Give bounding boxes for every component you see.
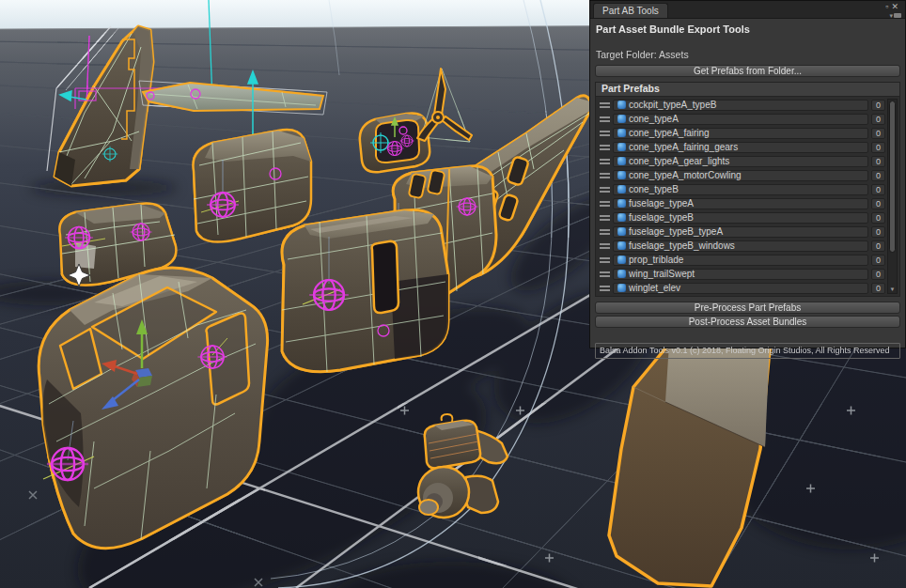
prefab-name-field[interactable]: fuselage_typeA <box>613 198 868 209</box>
drag-handle-icon[interactable] <box>600 215 610 221</box>
prefab-icon <box>617 115 626 123</box>
scene-part-motor-cowling[interactable] <box>360 113 430 172</box>
drag-handle-icon[interactable] <box>600 173 610 178</box>
prefab-row[interactable]: cone_typeA_fairing 0 <box>599 127 885 139</box>
tab-bar: Part AB Tools ▫✕ <box>590 1 905 19</box>
prefab-icon <box>617 213 626 222</box>
prefab-name-field[interactable]: winglet_elev <box>613 283 868 294</box>
prefab-name-field[interactable]: prop_triblade <box>613 255 868 266</box>
prefab-icon <box>617 143 626 151</box>
prefab-name-field[interactable]: cone_typeA_fairing <box>613 128 868 139</box>
drag-handle-icon[interactable] <box>600 229 610 235</box>
prefab-icon <box>617 171 626 179</box>
prefab-name: wing_trailSwept <box>629 269 695 279</box>
scrollbar-thumb[interactable] <box>889 101 896 253</box>
prefab-name: fuselage_typeB_windows <box>629 240 735 251</box>
prefab-count-field[interactable]: 0 <box>871 269 885 280</box>
prefab-count-field[interactable]: 0 <box>871 255 885 266</box>
drag-handle-icon[interactable] <box>600 102 610 108</box>
prefab-name-field[interactable]: fuselage_typeB_windows <box>613 240 868 252</box>
prefab-row[interactable]: fuselage_typeB_typeA 0 <box>599 225 885 238</box>
prefab-count-field[interactable]: 0 <box>871 184 885 195</box>
drag-handle-icon[interactable] <box>600 257 610 263</box>
prefab-name: cone_typeA_fairing <box>629 128 710 138</box>
drag-handle-icon[interactable] <box>600 116 610 122</box>
drag-handle-icon[interactable] <box>600 286 610 291</box>
prefab-name: cone_typeA <box>629 114 679 124</box>
prefab-name-field[interactable]: wing_trailSwept <box>613 269 868 280</box>
prefab-row[interactable]: fuselage_typeB_windows 0 <box>599 240 885 252</box>
prefab-icon <box>617 241 626 250</box>
drag-handle-icon[interactable] <box>600 145 610 150</box>
prefab-name-field[interactable]: cone_typeB <box>613 184 868 195</box>
prefab-name: cone_typeA_gear_lights <box>629 156 729 166</box>
prefab-name: cone_typeB <box>629 184 679 194</box>
prefab-name-field[interactable]: cone_typeA_gear_lights <box>613 156 868 167</box>
prefab-row[interactable]: fuselage_typeA 0 <box>599 197 885 209</box>
prefab-name-field[interactable]: cockpit_typeA_typeB <box>613 100 868 111</box>
target-folder-label: Target Folder: Assets <box>596 49 900 60</box>
scene-part-fuselage-typeB[interactable] <box>282 209 448 372</box>
prefab-count-field[interactable]: 0 <box>871 100 885 111</box>
prefab-name-field[interactable]: fuselage_typeB_typeA <box>613 226 868 238</box>
prefab-name: fuselage_typeB_typeA <box>629 226 723 237</box>
scrollbar-down-arrow[interactable]: ▼ <box>888 286 897 293</box>
prefab-row[interactable]: winglet_elev 0 <box>599 282 885 294</box>
prefab-count-field[interactable]: 0 <box>871 170 885 181</box>
prefab-name: cone_typeA_fairing_gears <box>629 142 738 152</box>
drag-handle-icon[interactable] <box>600 271 610 277</box>
prefab-row[interactable]: cockpit_typeA_typeB 0 <box>599 99 885 111</box>
prefab-name-field[interactable]: fuselage_typeB <box>613 212 868 224</box>
tab-part-ab-tools[interactable]: Part AB Tools <box>593 3 668 18</box>
post-process-button[interactable]: Post-Process Asset Bundles <box>595 316 900 328</box>
drag-handle-icon[interactable] <box>600 201 610 207</box>
prefab-name: cone_typeA_motorCowling <box>629 170 742 180</box>
part-prefabs-list: Part Prefabs cockpit_typeA_typeB 0 cone_… <box>595 82 900 297</box>
prefab-count-field[interactable]: 0 <box>871 212 885 224</box>
prefab-icon <box>617 199 626 208</box>
drag-handle-icon[interactable] <box>600 131 610 136</box>
prefab-icon <box>617 255 626 264</box>
prefab-name-field[interactable]: cone_typeA_motorCowling <box>613 170 868 181</box>
prefab-row[interactable]: cone_typeA_gear_lights 0 <box>599 155 885 167</box>
prefab-name: prop_triblade <box>629 255 683 265</box>
prefab-icon <box>617 157 626 165</box>
get-prefabs-button[interactable]: Get Prefabs from Folder... <box>595 65 900 77</box>
drag-handle-icon[interactable] <box>600 159 610 164</box>
prefab-count-field[interactable]: 0 <box>871 226 885 238</box>
close-icon[interactable]: ✕ <box>891 2 901 11</box>
prefab-icon <box>617 101 626 109</box>
prefab-name: winglet_elev <box>629 283 680 293</box>
prefab-count-field[interactable]: 0 <box>871 142 885 153</box>
footer-credits: Balsa Addon Tools v0.1 (c) 2018, Floatin… <box>595 343 900 359</box>
prefab-row[interactable]: fuselage_typeB 0 <box>599 211 885 224</box>
prefab-row[interactable]: cone_typeA_motorCowling 0 <box>599 169 885 181</box>
drag-handle-icon[interactable] <box>600 243 610 249</box>
pre-process-button[interactable]: Pre-Process Part Prefabs <box>595 302 900 314</box>
prefab-count-field[interactable]: 0 <box>871 198 885 209</box>
prefab-row[interactable]: prop_triblade 0 <box>599 254 885 266</box>
prefab-row[interactable]: cone_typeB 0 <box>599 183 885 195</box>
prefab-row[interactable]: cone_typeA 0 <box>599 113 885 125</box>
prefab-icon <box>617 227 626 236</box>
prefab-icon <box>617 185 626 193</box>
prefab-name-field[interactable]: cone_typeA <box>613 114 868 125</box>
part-prefabs-header: Part Prefabs <box>596 83 899 97</box>
prefab-count-field[interactable]: 0 <box>871 114 885 125</box>
prefab-count-field[interactable]: 0 <box>871 240 885 252</box>
prefab-name: fuselage_typeA <box>629 198 694 209</box>
prefab-name: fuselage_typeB <box>629 212 694 223</box>
prefab-count-field[interactable]: 0 <box>871 156 885 167</box>
prefab-name-field[interactable]: cone_typeA_fairing_gears <box>613 142 868 153</box>
drag-handle-icon[interactable] <box>600 187 610 193</box>
prefab-row[interactable]: wing_trailSwept 0 <box>599 268 885 280</box>
prefab-icon <box>617 129 626 137</box>
list-scrollbar[interactable]: ▼ <box>887 99 898 294</box>
prefab-count-field[interactable]: 0 <box>871 283 885 294</box>
prefab-icon <box>617 270 626 278</box>
prefab-row[interactable]: cone_typeA_fairing_gears 0 <box>599 141 885 153</box>
prefab-name: cockpit_typeA_typeB <box>629 100 716 110</box>
part-ab-tools-window: Part AB Tools ▫✕ ▾ Part Asset Bundle Exp… <box>589 0 906 348</box>
prefab-count-field[interactable]: 0 <box>871 128 885 139</box>
prefab-icon <box>617 284 626 292</box>
